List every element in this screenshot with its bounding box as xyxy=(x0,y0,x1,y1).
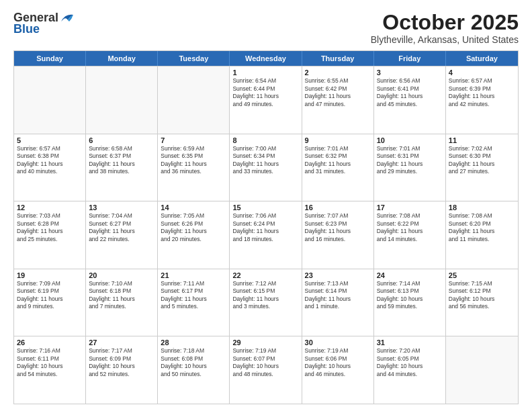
logo: General Blue xyxy=(13,11,75,36)
calendar-cell-8: 8Sunrise: 7:00 AM Sunset: 6:34 PM Daylig… xyxy=(230,134,302,201)
calendar-cell-30: 30Sunrise: 7:19 AM Sunset: 6:06 PM Dayli… xyxy=(302,336,374,404)
calendar-cell-16: 16Sunrise: 7:07 AM Sunset: 6:23 PM Dayli… xyxy=(302,201,374,269)
calendar-cell-24: 24Sunrise: 7:14 AM Sunset: 6:13 PM Dayli… xyxy=(374,269,446,336)
calendar-cell-3: 3Sunrise: 6:56 AM Sunset: 6:41 PM Daylig… xyxy=(374,66,446,134)
cell-day-number: 25 xyxy=(449,271,515,279)
cell-day-number: 10 xyxy=(377,136,443,144)
cell-day-number: 12 xyxy=(17,203,83,212)
cell-info: Sunrise: 7:15 AM Sunset: 6:12 PM Dayligh… xyxy=(449,280,515,311)
cell-day-number: 22 xyxy=(232,271,298,279)
day-header-monday: Monday xyxy=(86,51,158,66)
day-header-sunday: Sunday xyxy=(14,51,86,66)
calendar-cell-26: 26Sunrise: 7:16 AM Sunset: 6:11 PM Dayli… xyxy=(14,336,86,404)
cell-info: Sunrise: 6:58 AM Sunset: 6:37 PM Dayligh… xyxy=(89,145,154,176)
calendar-cell-29: 29Sunrise: 7:19 AM Sunset: 6:07 PM Dayli… xyxy=(230,336,302,404)
logo-blue: Blue xyxy=(13,22,40,36)
cell-day-number: 11 xyxy=(449,136,515,144)
calendar-cell-23: 23Sunrise: 7:13 AM Sunset: 6:14 PM Dayli… xyxy=(302,269,374,336)
cell-info: Sunrise: 7:10 AM Sunset: 6:18 PM Dayligh… xyxy=(89,280,154,311)
cell-info: Sunrise: 7:14 AM Sunset: 6:13 PM Dayligh… xyxy=(377,280,443,311)
calendar-cell-7: 7Sunrise: 6:59 AM Sunset: 6:35 PM Daylig… xyxy=(158,134,230,201)
cell-day-number: 8 xyxy=(232,136,298,144)
cell-info: Sunrise: 7:13 AM Sunset: 6:14 PM Dayligh… xyxy=(305,280,371,311)
cell-day-number: 13 xyxy=(89,203,154,212)
day-header-friday: Friday xyxy=(374,51,446,66)
cell-day-number: 27 xyxy=(89,338,154,347)
calendar: SundayMondayTuesdayWednesdayThursdayFrid… xyxy=(13,50,519,404)
cell-info: Sunrise: 6:57 AM Sunset: 6:39 PM Dayligh… xyxy=(449,77,515,108)
calendar-cell-19: 19Sunrise: 7:09 AM Sunset: 6:19 PM Dayli… xyxy=(14,269,86,336)
calendar-cell-17: 17Sunrise: 7:08 AM Sunset: 6:22 PM Dayli… xyxy=(374,201,446,269)
cell-day-number: 17 xyxy=(377,203,443,212)
cell-day-number: 1 xyxy=(232,68,298,77)
cell-info: Sunrise: 7:04 AM Sunset: 6:27 PM Dayligh… xyxy=(89,212,154,243)
calendar-row-4: 19Sunrise: 7:09 AM Sunset: 6:19 PM Dayli… xyxy=(14,269,518,336)
calendar-cell-empty xyxy=(14,66,86,134)
cell-info: Sunrise: 7:17 AM Sunset: 6:09 PM Dayligh… xyxy=(89,347,154,378)
calendar-cell-21: 21Sunrise: 7:11 AM Sunset: 6:17 PM Dayli… xyxy=(158,269,230,336)
cell-day-number: 7 xyxy=(161,136,226,144)
cell-info: Sunrise: 7:08 AM Sunset: 6:22 PM Dayligh… xyxy=(377,212,443,243)
cell-day-number: 31 xyxy=(377,338,443,347)
cell-day-number: 23 xyxy=(305,271,371,279)
cell-info: Sunrise: 7:07 AM Sunset: 6:23 PM Dayligh… xyxy=(305,212,371,243)
calendar-row-2: 5Sunrise: 6:57 AM Sunset: 6:38 PM Daylig… xyxy=(14,134,518,201)
cell-day-number: 3 xyxy=(377,68,443,77)
cell-day-number: 4 xyxy=(449,68,515,77)
calendar-cell-empty xyxy=(446,336,518,404)
cell-info: Sunrise: 6:59 AM Sunset: 6:35 PM Dayligh… xyxy=(161,145,226,176)
cell-info: Sunrise: 7:05 AM Sunset: 6:26 PM Dayligh… xyxy=(161,212,226,243)
cell-info: Sunrise: 7:06 AM Sunset: 6:24 PM Dayligh… xyxy=(232,212,298,243)
calendar-row-3: 12Sunrise: 7:03 AM Sunset: 6:28 PM Dayli… xyxy=(14,201,518,269)
calendar-cell-1: 1Sunrise: 6:54 AM Sunset: 6:44 PM Daylig… xyxy=(230,66,302,134)
cell-info: Sunrise: 7:03 AM Sunset: 6:28 PM Dayligh… xyxy=(17,212,83,243)
cell-day-number: 15 xyxy=(232,203,298,212)
cell-day-number: 29 xyxy=(232,338,298,347)
cell-day-number: 19 xyxy=(17,271,83,279)
cell-info: Sunrise: 7:01 AM Sunset: 6:32 PM Dayligh… xyxy=(305,145,371,176)
day-header-thursday: Thursday xyxy=(302,51,374,66)
calendar-header: SundayMondayTuesdayWednesdayThursdayFrid… xyxy=(14,51,518,66)
calendar-cell-2: 2Sunrise: 6:55 AM Sunset: 6:42 PM Daylig… xyxy=(302,66,374,134)
cell-day-number: 24 xyxy=(377,271,443,279)
calendar-cell-28: 28Sunrise: 7:18 AM Sunset: 6:08 PM Dayli… xyxy=(158,336,230,404)
calendar-cell-12: 12Sunrise: 7:03 AM Sunset: 6:28 PM Dayli… xyxy=(14,201,86,269)
cell-day-number: 18 xyxy=(449,203,515,212)
calendar-cell-25: 25Sunrise: 7:15 AM Sunset: 6:12 PM Dayli… xyxy=(446,269,518,336)
cell-info: Sunrise: 7:20 AM Sunset: 6:05 PM Dayligh… xyxy=(377,347,443,378)
subtitle: Blytheville, Arkansas, United States xyxy=(371,34,519,45)
calendar-cell-6: 6Sunrise: 6:58 AM Sunset: 6:37 PM Daylig… xyxy=(86,134,158,201)
cell-day-number: 6 xyxy=(89,136,154,144)
bird-icon xyxy=(60,12,75,24)
calendar-cell-14: 14Sunrise: 7:05 AM Sunset: 6:26 PM Dayli… xyxy=(158,201,230,269)
calendar-cell-27: 27Sunrise: 7:17 AM Sunset: 6:09 PM Dayli… xyxy=(86,336,158,404)
cell-info: Sunrise: 7:00 AM Sunset: 6:34 PM Dayligh… xyxy=(232,145,298,176)
cell-day-number: 30 xyxy=(305,338,371,347)
page: General Blue October 2025 Blytheville, A… xyxy=(0,0,532,411)
calendar-cell-20: 20Sunrise: 7:10 AM Sunset: 6:18 PM Dayli… xyxy=(86,269,158,336)
cell-info: Sunrise: 7:08 AM Sunset: 6:20 PM Dayligh… xyxy=(449,212,515,243)
cell-info: Sunrise: 7:11 AM Sunset: 6:17 PM Dayligh… xyxy=(161,280,226,311)
cell-info: Sunrise: 6:55 AM Sunset: 6:42 PM Dayligh… xyxy=(305,77,371,108)
cell-info: Sunrise: 7:09 AM Sunset: 6:19 PM Dayligh… xyxy=(17,280,83,311)
cell-day-number: 14 xyxy=(161,203,226,212)
cell-day-number: 2 xyxy=(305,68,371,77)
cell-day-number: 26 xyxy=(17,338,83,347)
cell-info: Sunrise: 7:18 AM Sunset: 6:08 PM Dayligh… xyxy=(161,347,226,378)
header: General Blue October 2025 Blytheville, A… xyxy=(13,11,519,45)
calendar-row-1: 1Sunrise: 6:54 AM Sunset: 6:44 PM Daylig… xyxy=(14,66,518,134)
month-title: October 2025 xyxy=(371,11,519,34)
cell-info: Sunrise: 7:19 AM Sunset: 6:07 PM Dayligh… xyxy=(232,347,298,378)
calendar-cell-22: 22Sunrise: 7:12 AM Sunset: 6:15 PM Dayli… xyxy=(230,269,302,336)
calendar-cell-9: 9Sunrise: 7:01 AM Sunset: 6:32 PM Daylig… xyxy=(302,134,374,201)
cell-info: Sunrise: 7:12 AM Sunset: 6:15 PM Dayligh… xyxy=(232,280,298,311)
cell-info: Sunrise: 6:54 AM Sunset: 6:44 PM Dayligh… xyxy=(232,77,298,108)
calendar-cell-13: 13Sunrise: 7:04 AM Sunset: 6:27 PM Dayli… xyxy=(86,201,158,269)
cell-day-number: 16 xyxy=(305,203,371,212)
calendar-cell-empty xyxy=(158,66,230,134)
calendar-cell-5: 5Sunrise: 6:57 AM Sunset: 6:38 PM Daylig… xyxy=(14,134,86,201)
calendar-row-5: 26Sunrise: 7:16 AM Sunset: 6:11 PM Dayli… xyxy=(14,336,518,404)
cell-day-number: 28 xyxy=(161,338,226,347)
calendar-body: 1Sunrise: 6:54 AM Sunset: 6:44 PM Daylig… xyxy=(14,66,518,404)
cell-info: Sunrise: 7:16 AM Sunset: 6:11 PM Dayligh… xyxy=(17,347,83,378)
